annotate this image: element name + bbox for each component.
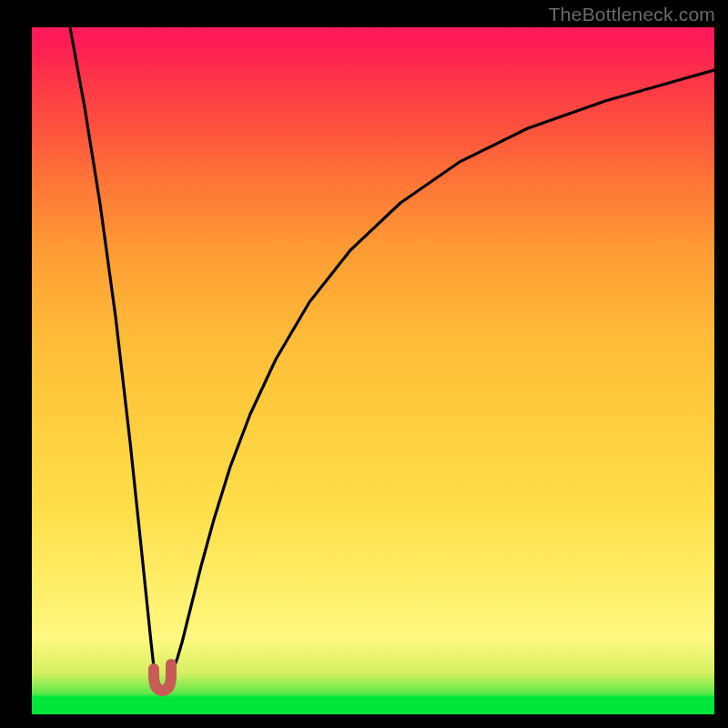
plot-area xyxy=(32,27,714,714)
watermark-text: TheBottleneck.com xyxy=(549,4,715,25)
chart-frame: TheBottleneck.com xyxy=(0,0,728,728)
valley-marker-u xyxy=(154,664,171,691)
curve-svg xyxy=(32,27,714,714)
bottleneck-curve-path xyxy=(70,27,714,691)
